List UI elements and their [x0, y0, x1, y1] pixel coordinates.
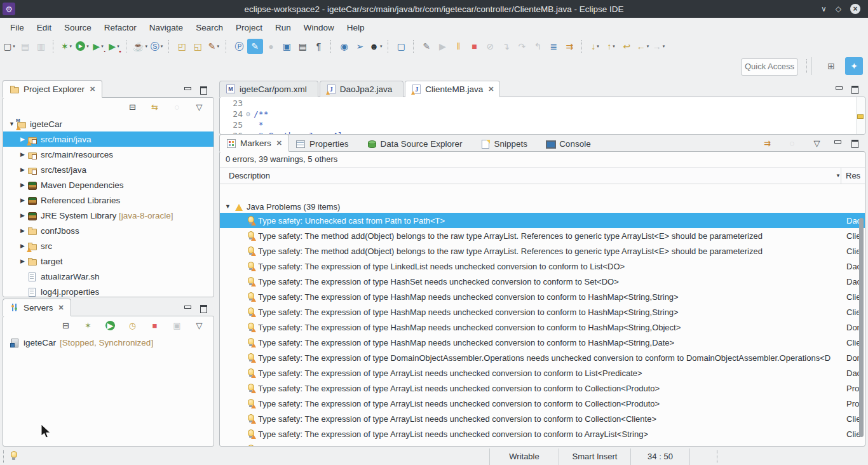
format-button[interactable]: ✎ ▾: [247, 39, 263, 54]
filter-icon[interactable]: ◌: [784, 136, 800, 151]
tree-item[interactable]: ▼ igeteCar: [3, 116, 214, 131]
suspend-button[interactable]: ‖ ▾: [451, 39, 466, 54]
marker-group[interactable]: ▼ Java Problems (39 items): [220, 200, 865, 213]
expand-arrow-icon[interactable]: ▶: [18, 151, 27, 158]
quick-access-button[interactable]: Quick Access: [741, 58, 798, 76]
column-resource[interactable]: Res: [841, 168, 865, 184]
dropdown-arrow-icon[interactable]: ▾: [161, 44, 163, 49]
dropdown-arrow-icon[interactable]: ▾: [101, 44, 104, 49]
editor-tab[interactable]: DaoJpa2.java: [320, 81, 404, 97]
maximize-view-icon[interactable]: [200, 304, 208, 313]
titlebar[interactable]: ⚙ eclipse-workspace2 - igeteCar/src/main…: [0, 0, 868, 18]
markers-column-header[interactable]: Description ▼ Res: [220, 168, 865, 184]
collapse-all-icon[interactable]: ⊟: [58, 318, 74, 334]
new-web-project-button[interactable]: ☕ ▾: [132, 39, 149, 54]
tree-item[interactable]: ▶ src: [3, 238, 214, 253]
focus-task-icon[interactable]: ◌: [169, 100, 185, 115]
javaee-perspective-button[interactable]: ✦: [845, 57, 863, 75]
fold-icon[interactable]: [243, 98, 254, 109]
web-browser-button[interactable]: ◉ ▾: [336, 39, 352, 54]
dropdown-arrow-icon[interactable]: ▾: [217, 44, 220, 49]
open-folder-button[interactable]: ◱ ▾: [190, 39, 206, 54]
dropdown-arrow-icon[interactable]: ▾: [613, 44, 615, 49]
tree-item[interactable]: log4j.properties: [3, 284, 214, 297]
menu-item[interactable]: Source: [58, 20, 98, 36]
debug-server-icon[interactable]: ✶: [80, 318, 96, 334]
open-perspective-button[interactable]: ⊞: [822, 57, 840, 75]
show-view-button[interactable]: ▤ ▾: [295, 39, 311, 54]
show-skipped-button[interactable]: ≣ ▾: [546, 39, 562, 54]
overview-ruler[interactable]: [856, 97, 865, 134]
open-type-button[interactable]: Ⓟ ▾: [231, 39, 247, 54]
expand-arrow-icon[interactable]: ▶: [18, 166, 27, 173]
filter-dropdown-icon[interactable]: ▼: [836, 173, 841, 179]
mark-occurrences-button[interactable]: ✎ ▾: [206, 39, 222, 54]
dropdown-arrow-icon[interactable]: ▾: [70, 44, 72, 49]
run-button[interactable]: ▶ ▾: [74, 39, 90, 54]
step-into-button[interactable]: ↴ ▾: [498, 39, 514, 54]
tab-project-explorer[interactable]: Project Explorer ✕: [3, 80, 102, 98]
dropdown-arrow-icon[interactable]: ▾: [145, 44, 147, 49]
marker-row[interactable]: Type safety: The expression of type Hash…: [220, 274, 865, 289]
external-tools-button[interactable]: ● ▾: [263, 39, 279, 54]
tree-item[interactable]: ▶ confJboss: [3, 223, 214, 238]
menu-item[interactable]: Navigate: [143, 20, 189, 36]
view-tab[interactable]: Console: [539, 135, 602, 152]
minimize-view-icon[interactable]: [834, 139, 842, 147]
resume-button[interactable]: ▶ ▾: [435, 39, 451, 54]
view-menu-icon[interactable]: ▽: [809, 136, 825, 151]
dropdown-arrow-icon[interactable]: ▾: [663, 44, 665, 49]
marker-row[interactable]: Type safety: The expression of type Hash…: [220, 320, 865, 335]
tips-lightbulb-icon[interactable]: [10, 451, 17, 461]
step-over-button[interactable]: ↷ ▾: [514, 39, 530, 54]
dropdown-arrow-icon[interactable]: ▾: [13, 44, 15, 49]
view-menu-icon[interactable]: ▽: [191, 318, 207, 334]
editor-tab[interactable]: igeteCar/pom.xml: [219, 81, 318, 97]
minimize-icon[interactable]: ∨: [821, 5, 827, 13]
dropdown-arrow-icon[interactable]: ▾: [380, 44, 383, 49]
profile-server-icon[interactable]: ◷: [125, 318, 140, 334]
maximize-view-icon[interactable]: [851, 139, 859, 147]
tree-item[interactable]: ▶ Referenced Libraries: [3, 192, 214, 208]
fold-icon[interactable]: ⊖: [243, 109, 254, 119]
menu-item[interactable]: Refactor: [98, 20, 143, 36]
disconnect-button[interactable]: ⊘ ▾: [482, 39, 498, 54]
save-all-button[interactable]: ▥ ▾: [33, 39, 49, 54]
maximize-view-icon[interactable]: [851, 85, 859, 93]
fold-icon[interactable]: [243, 119, 254, 130]
marker-row[interactable]: Type safety: The expression of type Hash…: [220, 335, 865, 350]
expand-arrow-icon[interactable]: ▶: [18, 212, 27, 219]
marker-row[interactable]: Type safety: The expression of type Arra…: [220, 441, 865, 446]
tree-item[interactable]: atualizarWar.sh: [3, 269, 214, 284]
view-tab[interactable]: Snippets: [474, 135, 539, 152]
marker-row[interactable]: Type safety: The method add(Object) belo…: [220, 243, 865, 259]
menu-item[interactable]: File: [4, 20, 31, 36]
compare-button[interactable]: ▣ ▾: [279, 39, 295, 54]
collapse-all-icon[interactable]: ⊟: [125, 100, 140, 115]
warning-marker[interactable]: [857, 114, 864, 119]
link-with-editor-icon[interactable]: ⇆: [147, 100, 163, 115]
marker-row[interactable]: Type safety: The expression of type Doma…: [220, 350, 865, 365]
view-tab[interactable]: Properties: [289, 135, 360, 152]
expand-arrow-icon[interactable]: ▶: [18, 243, 27, 249]
column-description[interactable]: Description: [220, 171, 270, 180]
user-profile-button[interactable]: ☻ ▾: [368, 39, 384, 54]
close-icon[interactable]: ✕: [488, 85, 494, 93]
remote-system-button[interactable]: ▢ ▾: [393, 39, 409, 54]
save-button[interactable]: ▤ ▾: [17, 39, 33, 54]
pin-editor-button[interactable]: ✎ ▾: [419, 39, 435, 54]
goto-marker-icon[interactable]: ⇉: [759, 136, 775, 151]
marker-row[interactable]: Type safety: Unchecked cast from Path to…: [220, 213, 865, 228]
editor-tab[interactable]: ClienteMB.java ✕: [405, 81, 500, 97]
view-tab[interactable]: Data Source Explorer: [360, 135, 474, 152]
step-return-button[interactable]: ↰ ▾: [530, 39, 546, 54]
next-annotation-button[interactable]: ↓ ▾: [587, 39, 603, 54]
close-icon[interactable]: ✕: [58, 304, 64, 312]
dropdown-arrow-icon[interactable]: ▾: [647, 44, 649, 49]
minimize-view-icon[interactable]: [835, 85, 843, 93]
minimize-view-icon[interactable]: [184, 304, 192, 313]
back-button[interactable]: ← ▾: [635, 39, 651, 54]
maximize-icon[interactable]: ◇: [836, 5, 841, 13]
step-filters-button[interactable]: ⇉ ▾: [562, 39, 578, 54]
menu-item[interactable]: Run: [269, 20, 297, 36]
